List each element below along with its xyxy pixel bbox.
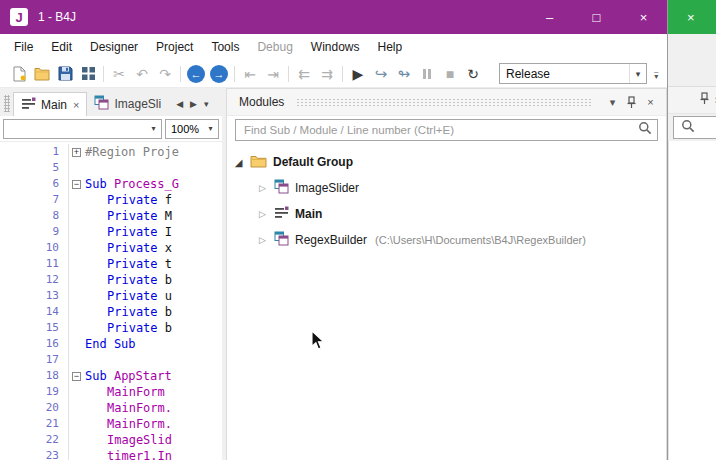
pause-icon[interactable] bbox=[416, 63, 438, 85]
code-line[interactable]: 5 bbox=[0, 160, 222, 176]
minimize-button[interactable]: – bbox=[526, 0, 573, 34]
code-line[interactable]: 21MainForm. bbox=[0, 416, 222, 432]
line-number: 5 bbox=[0, 160, 68, 176]
navigate-forward-icon[interactable]: → bbox=[208, 63, 230, 85]
run-icon[interactable]: ▶ bbox=[347, 63, 369, 85]
search-icon[interactable] bbox=[638, 121, 652, 139]
save-icon[interactable] bbox=[54, 63, 76, 85]
menu-project[interactable]: Project bbox=[147, 34, 202, 60]
background-search-box[interactable] bbox=[673, 116, 716, 139]
code-line[interactable]: 8Private M bbox=[0, 208, 222, 224]
pin-icon[interactable] bbox=[622, 96, 641, 109]
fold-collapse-icon[interactable]: − bbox=[68, 176, 85, 192]
code-line[interactable]: 18−Sub AppStart bbox=[0, 368, 222, 384]
code-line[interactable]: 10Private x bbox=[0, 240, 222, 256]
code-line[interactable]: 19MainForm bbox=[0, 384, 222, 400]
restart-icon[interactable]: ↻ bbox=[462, 63, 484, 85]
build-configuration-combo[interactable]: Release ▾ bbox=[499, 63, 647, 84]
background-window[interactable]: × × bbox=[668, 0, 716, 460]
expanded-arrow-icon[interactable]: ◢ bbox=[233, 157, 244, 168]
tab-imageslider[interactable]: ImageSli bbox=[87, 92, 168, 116]
code-line[interactable]: 20MainForm. bbox=[0, 400, 222, 416]
tree-item-imageslider[interactable]: ▷ImageSlider bbox=[233, 175, 666, 201]
tree-item-main[interactable]: ▷Main bbox=[233, 201, 666, 227]
code-line[interactable]: 13Private u bbox=[0, 288, 222, 304]
tab-list-menu-icon[interactable]: ▾ bbox=[204, 99, 209, 109]
collapsed-arrow-icon[interactable]: ▷ bbox=[257, 235, 268, 245]
fold-collapse-icon[interactable]: − bbox=[68, 368, 85, 384]
code-line[interactable]: 1+#Region Proje bbox=[0, 144, 222, 160]
menu-designer[interactable]: Designer bbox=[81, 34, 147, 60]
new-file-icon[interactable] bbox=[8, 63, 30, 85]
fold-expand-icon[interactable]: + bbox=[68, 144, 85, 160]
panel-close-icon[interactable]: × bbox=[641, 96, 660, 108]
code-line[interactable]: 23timer1.In bbox=[0, 448, 222, 460]
code-line[interactable]: 22ImageSlid bbox=[0, 432, 222, 448]
modules-grid-icon[interactable] bbox=[77, 63, 99, 85]
tab-scroll-left-icon[interactable]: ◀ bbox=[176, 99, 183, 109]
b4j-window: J 1 - B4J – □ × File Edit Designer Proje… bbox=[0, 0, 668, 460]
code-line[interactable]: 12Private b bbox=[0, 272, 222, 288]
menu-edit[interactable]: Edit bbox=[42, 34, 81, 60]
code-line[interactable]: 16End Sub bbox=[0, 336, 222, 352]
code-editor[interactable]: 1+#Region Proje56−Sub Process_G7Private … bbox=[0, 142, 222, 460]
fold-margin bbox=[68, 288, 85, 304]
editor-combo-row: ▾ 100% ▾ bbox=[0, 116, 222, 142]
pin-icon[interactable] bbox=[699, 91, 710, 109]
code-line[interactable]: 14Private b bbox=[0, 304, 222, 320]
main-module-icon bbox=[21, 96, 36, 114]
undo-icon[interactable]: ↶ bbox=[131, 63, 153, 85]
line-number: 13 bbox=[0, 288, 68, 304]
code-line[interactable]: 6−Sub Process_G bbox=[0, 176, 222, 192]
code-line[interactable]: 7Private f bbox=[0, 192, 222, 208]
tree-item-default-group[interactable]: ◢Default Group bbox=[233, 149, 666, 175]
editor-pane: Main × ImageSli ◀ ▶ ▾ bbox=[0, 88, 222, 460]
panel-menu-icon[interactable]: ▾ bbox=[603, 96, 622, 109]
tab-close-icon[interactable]: × bbox=[73, 99, 79, 111]
code-line[interactable]: 11Private t bbox=[0, 256, 222, 272]
step-over-icon[interactable]: ↬ bbox=[393, 63, 415, 85]
step-into-icon[interactable]: ↪ bbox=[370, 63, 392, 85]
redo-icon[interactable]: ↷ bbox=[154, 63, 176, 85]
code-text: MainForm. bbox=[85, 416, 172, 432]
close-button[interactable]: × bbox=[620, 0, 667, 34]
module-icon bbox=[274, 179, 289, 197]
navigate-back-icon[interactable]: ← bbox=[185, 63, 207, 85]
collapsed-arrow-icon[interactable]: ▷ bbox=[257, 183, 268, 193]
drag-grip-icon[interactable] bbox=[296, 98, 591, 107]
next-sub-icon[interactable]: ⇉ bbox=[316, 63, 338, 85]
fold-margin bbox=[68, 432, 85, 448]
toolbar-separator bbox=[288, 66, 289, 82]
collapsed-arrow-icon[interactable]: ▷ bbox=[257, 209, 268, 219]
module-search-input[interactable] bbox=[244, 124, 638, 136]
code-line[interactable]: 15Private b bbox=[0, 320, 222, 336]
member-selector-combo[interactable]: ▾ bbox=[3, 119, 162, 139]
maximize-button[interactable]: □ bbox=[573, 0, 620, 34]
menu-windows[interactable]: Windows bbox=[302, 34, 369, 60]
titlebar[interactable]: J 1 - B4J – □ × bbox=[0, 0, 667, 34]
tree-item-regexbuilder[interactable]: ▷RegexBuilder(C:\Users\H\Documents\B4J\R… bbox=[233, 227, 666, 253]
toolbar-overflow-button[interactable]: – ▾ bbox=[654, 69, 658, 79]
background-close-button[interactable]: × bbox=[687, 10, 695, 25]
tab-scroll-right-icon[interactable]: ▶ bbox=[190, 99, 197, 109]
code-line[interactable]: 17 bbox=[0, 352, 222, 368]
menu-help[interactable]: Help bbox=[369, 34, 412, 60]
menu-debug[interactable]: Debug bbox=[248, 34, 301, 60]
tab-main[interactable]: Main × bbox=[13, 92, 87, 116]
modules-panel-header[interactable]: Modules ▾ × bbox=[227, 89, 666, 116]
open-project-icon[interactable] bbox=[31, 63, 53, 85]
fold-margin bbox=[68, 448, 85, 460]
drag-grip-icon[interactable] bbox=[4, 95, 10, 112]
indent-decrease-icon[interactable]: ⇤ bbox=[239, 63, 261, 85]
menu-tools[interactable]: Tools bbox=[202, 34, 248, 60]
zoom-combo[interactable]: 100% ▾ bbox=[165, 119, 219, 139]
stop-icon[interactable]: ■ bbox=[439, 63, 461, 85]
cut-icon[interactable]: ✂ bbox=[108, 63, 130, 85]
tree-item-label: ImageSlider bbox=[295, 181, 359, 195]
module-search-box[interactable] bbox=[235, 119, 658, 141]
previous-sub-icon[interactable]: ⇇ bbox=[293, 63, 315, 85]
code-text: Private M bbox=[85, 208, 172, 224]
code-line[interactable]: 9Private I bbox=[0, 224, 222, 240]
indent-increase-icon[interactable]: ⇥ bbox=[262, 63, 284, 85]
menu-file[interactable]: File bbox=[5, 34, 42, 60]
